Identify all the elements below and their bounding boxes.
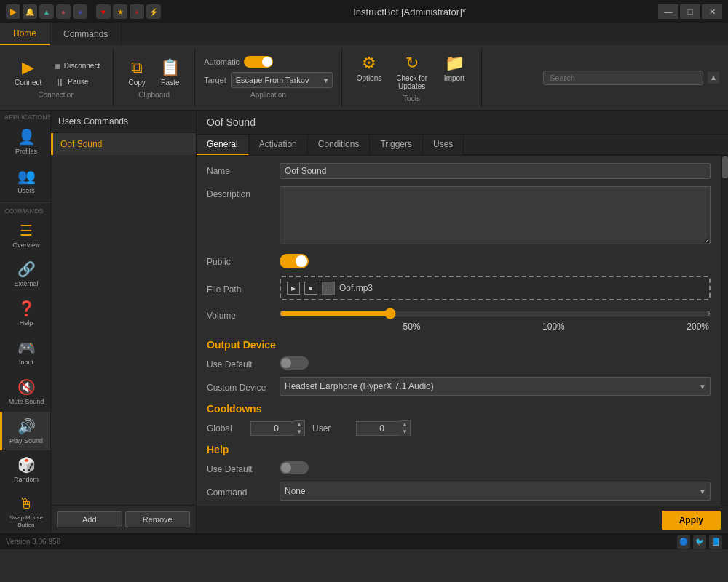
disconnect-button[interactable]: ■ Disconnect — [50, 59, 104, 73]
pause-button[interactable]: ⏸ Pause — [50, 75, 104, 89]
bottom-icon-2[interactable]: 🐦 — [693, 535, 706, 549]
maximize-button[interactable]: □ — [680, 4, 700, 19]
automatic-toggle[interactable] — [244, 56, 273, 68]
use-default-toggle[interactable] — [280, 356, 309, 370]
window-controls: — □ ✕ — [658, 4, 722, 19]
volume-tick-200: 200% — [687, 322, 709, 332]
commands-panel-actions: Add Remove — [51, 505, 196, 533]
app-icon-2: 🔔 — [23, 4, 37, 19]
volume-row: Volume 50% 100% 200% — [207, 308, 711, 332]
command-select[interactable]: None — [280, 482, 711, 501]
commands-panel-header: Users Commands — [51, 111, 196, 133]
user-cooldown-input-wrap: ▲ ▼ — [356, 420, 411, 436]
volume-ticks: 50% 100% 200% — [280, 322, 711, 332]
custom-device-select[interactable]: Headset Earphone (HyperX 7.1 Audio) — [280, 377, 711, 396]
command-item-oof-sound[interactable]: Oof Sound — [51, 133, 196, 155]
tab-activation[interactable]: Activation — [249, 135, 308, 155]
volume-slider[interactable] — [280, 308, 711, 319]
minimize-button[interactable]: — — [658, 4, 678, 19]
ribbon-group-clipboard: ⧉ Copy 📋 Paste Clipboard — [114, 48, 195, 107]
paste-icon: 📋 — [160, 58, 180, 77]
sidebar-item-external[interactable]: 🔗 External — [0, 255, 50, 294]
command-wrap: None ▼ — [280, 482, 711, 501]
global-cooldown-up[interactable]: ▲ — [294, 421, 304, 428]
app-icon-7: ★ — [113, 4, 127, 19]
version-label: Version 3.06.958 — [6, 538, 60, 546]
detail-scrollbar[interactable] — [721, 156, 728, 506]
check-updates-button[interactable]: ↻ Check for Updates — [390, 51, 433, 93]
user-cooldown-down[interactable]: ▼ — [400, 428, 410, 436]
detail-body: Name Description Public — [197, 156, 728, 506]
play-file-button[interactable]: ▶ — [287, 282, 300, 295]
users-icon: 👥 — [17, 167, 36, 185]
close-button[interactable]: ✕ — [702, 4, 722, 19]
global-cooldown-input-wrap: ▲ ▼ — [250, 420, 305, 436]
ribbon-group-application: Automatic Target Escape From Tarkov ▼ Ap… — [195, 48, 342, 107]
sidebar-item-users[interactable]: 👥 Users — [0, 162, 50, 201]
sidebar-item-play-sound[interactable]: 🔊 Play Sound — [0, 412, 50, 451]
user-cooldown-input[interactable] — [356, 421, 400, 436]
check-updates-icon: ↻ — [405, 54, 419, 73]
use-default-help-knob — [281, 463, 291, 473]
add-command-button[interactable]: Add — [57, 511, 122, 527]
sidebar-item-profiles[interactable]: 👤 Profiles — [0, 122, 50, 162]
description-input[interactable] — [280, 186, 711, 244]
sidebar-item-mute-sound[interactable]: 🔇 Mute Sound — [0, 372, 50, 412]
options-button[interactable]: ⚙ Options — [351, 51, 387, 93]
sidebar-item-input[interactable]: 🎮 Input — [0, 333, 50, 372]
detail-title: Oof Sound — [207, 116, 256, 128]
volume-input-wrap: 50% 100% 200% — [280, 308, 711, 332]
use-default-help-toggle[interactable] — [280, 461, 309, 474]
overview-icon: ☰ — [20, 222, 33, 239]
bottom-icon-1[interactable]: 🔵 — [677, 535, 690, 549]
bottom-icons: 🔵 🐦 📘 — [677, 535, 722, 549]
tab-home[interactable]: Home — [0, 23, 50, 45]
use-default-row: Use Default — [207, 356, 711, 370]
stop-file-button[interactable]: ■ — [304, 282, 317, 295]
import-icon: 📁 — [445, 54, 464, 73]
sidebar-item-help[interactable]: ❓ Help — [0, 294, 50, 333]
ribbon: Home Commands ▶ Connect ■ Disconnect — [0, 23, 728, 111]
file-path-row: File Path ▶ ■ … Oof.mp3 — [207, 276, 711, 300]
connect-button[interactable]: ▶ Connect — [9, 55, 47, 89]
tab-conditions[interactable]: Conditions — [308, 135, 371, 155]
help-title: Help — [207, 444, 711, 455]
apply-button[interactable]: Apply — [662, 511, 721, 530]
cooldowns-title: Cooldowns — [207, 403, 711, 415]
target-select[interactable]: Escape From Tarkov — [231, 72, 333, 88]
paste-button[interactable]: 📋 Paste — [154, 55, 186, 89]
ribbon-group-tools: ⚙ Options ↻ Check for Updates 📁 Import T… — [342, 48, 482, 107]
random-icon: 🎲 — [17, 456, 36, 474]
public-toggle[interactable] — [280, 254, 309, 268]
volume-tick-100: 100% — [542, 322, 565, 332]
bottom-icon-3[interactable]: 📘 — [709, 535, 722, 549]
sidebar-item-overview[interactable]: ☰ Overview — [0, 216, 50, 255]
name-input[interactable] — [280, 163, 711, 179]
search-input[interactable] — [543, 71, 703, 85]
target-row: Target Escape From Tarkov ▼ — [204, 72, 333, 88]
tab-uses[interactable]: Uses — [423, 135, 464, 155]
mute-sound-icon: 🔇 — [17, 378, 36, 396]
import-button[interactable]: 📁 Import — [436, 51, 472, 93]
tab-triggers[interactable]: Triggers — [370, 135, 423, 155]
ribbon-collapse-button[interactable]: ▲ — [708, 72, 719, 84]
global-cooldown-down[interactable]: ▼ — [294, 428, 304, 436]
sidebar-item-random[interactable]: 🎲 Random — [0, 450, 50, 490]
use-default-toggle-knob — [281, 358, 291, 368]
tab-commands[interactable]: Commands — [50, 23, 122, 45]
user-cooldown-up[interactable]: ▲ — [400, 421, 410, 428]
automatic-toggle-knob — [262, 57, 272, 67]
app-icon-9: ⚡ — [146, 4, 161, 19]
titlebar-left: ▶ 🔔 ▲ ● ● ♥ ★ ♦ ⚡ — [6, 4, 161, 19]
remove-command-button[interactable]: Remove — [125, 511, 191, 527]
browse-button[interactable]: … — [322, 282, 335, 295]
copy-button[interactable]: ⧉ Copy — [122, 55, 151, 89]
tab-general[interactable]: General — [197, 135, 249, 155]
bottom-bar: Version 3.06.958 🔵 🐦 📘 — [0, 533, 728, 549]
pause-icon: ⏸ — [55, 76, 65, 88]
ribbon-group-connection: ▶ Connect ■ Disconnect ⏸ Pause — [0, 48, 114, 107]
sidebar-item-swap-mouse[interactable]: 🖱 Swap Mouse Button — [0, 490, 50, 533]
global-cooldown-input[interactable] — [250, 421, 294, 436]
ribbon-tabs: Home Commands — [0, 23, 728, 45]
public-row: Public — [207, 254, 711, 268]
